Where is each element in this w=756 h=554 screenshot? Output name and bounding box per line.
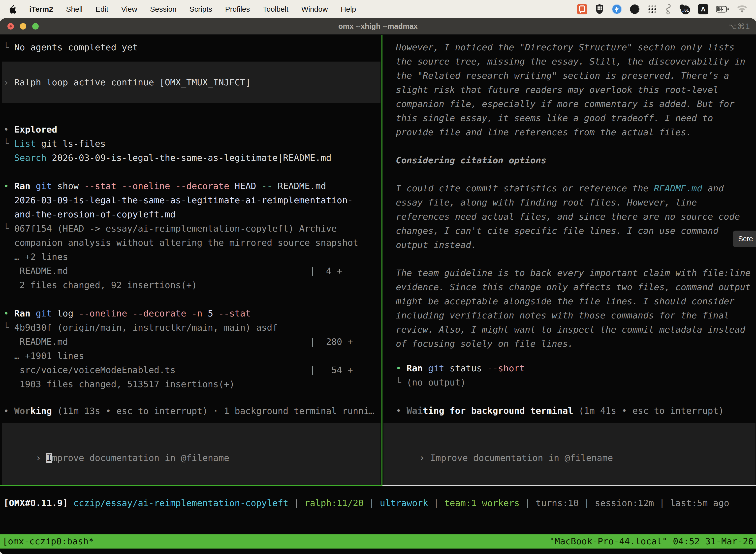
wifi-icon[interactable] [737, 5, 748, 13]
ran-git-status-block: • Ran git status --short└ (no output) [396, 361, 756, 389]
terminal-line: • Waiting for background terminal (1m 41… [396, 403, 756, 418]
minimize-button[interactable] [20, 23, 26, 30]
reasoning-heading: Considering citation options [396, 153, 756, 167]
terminal-line: … +2 lines [3, 250, 381, 264]
menu-item-profiles[interactable]: Profiles [225, 5, 250, 13]
terminal-line: companion file, especially if more comme… [396, 97, 756, 111]
terminal-line: changes, I can't cite specific file line… [396, 224, 756, 238]
omx-status-bar: [OMX#0.11.9] cczip/essay/ai-reimplementa… [0, 496, 756, 510]
terminal-line: 2026-03-09-is-legal-the-same-as-legitima… [3, 193, 381, 207]
terminal-line: and-the-erosion-of-copyleft.md [3, 207, 381, 221]
menu-item-shell[interactable]: Shell [66, 5, 82, 13]
menu-item-window[interactable]: Window [301, 5, 328, 13]
terminal-line: └ (no output) [396, 375, 756, 389]
ralph-loop-banner: › Ralph loop active continue [OMX_TMUX_I… [2, 62, 380, 103]
terminal-line: • Ran git log --oneline --decorate -n 5 … [3, 306, 381, 321]
terminal-line: the "Related research writing" section i… [396, 68, 756, 82]
terminal-line: of focusing solely on file lines. [396, 337, 756, 351]
shield-grid-icon[interactable] [595, 4, 604, 14]
menu-item-view[interactable]: View [121, 5, 137, 13]
terminal-line: essay file, along with finding root file… [396, 195, 756, 210]
prompt-caret: › [420, 453, 430, 463]
left-terminal-pane[interactable]: └ No agents completed yet › Ralph loop a… [0, 35, 381, 485]
tmux-status-bar[interactable]: [omx-cczip0:bash* "MacBook-Pro-44.local"… [0, 535, 756, 549]
text-cursor: I [46, 453, 52, 463]
close-button[interactable] [7, 23, 14, 30]
terminal-line: this single essay, it seems like a good … [396, 111, 756, 125]
terminal-line: └ No agents completed yet [3, 40, 381, 54]
terminal-line: └ 4b9d30f (origin/main, instructkr/main,… [3, 321, 381, 335]
apple-menu-icon[interactable] [8, 4, 17, 14]
terminal-line: src/voice/voiceModeEnabled.ts | 54 + [3, 363, 381, 377]
input-placeholder-text: mprove documentation in @filename [52, 453, 229, 463]
zoom-button[interactable] [32, 23, 39, 30]
terminal-line: review. Also, I might want to inspect th… [396, 322, 756, 337]
blue-badge-bolt-icon[interactable] [612, 4, 622, 14]
terminal-line: Considering citation options [396, 153, 756, 167]
ran-git-log-block: • Ran git log --oneline --decorate -n 5 … [3, 306, 381, 391]
prompt-input-right[interactable]: › Improve documentation in @filename [383, 423, 756, 485]
explored-block: • Explored└ List git ls-files Search 202… [3, 122, 381, 165]
menu-item-edit[interactable]: Edit [96, 5, 108, 13]
tmux-session-label: [omx-cczip0:bash* [2, 535, 94, 549]
terminal-line: • Ran git show --stat --oneline --decora… [3, 179, 381, 193]
terminal-line: … +1901 lines [3, 349, 381, 363]
screen-notification-toast[interactable]: Scre [733, 231, 756, 247]
active-pane-border [0, 485, 382, 486]
terminal-line: └ List git ls-files [3, 136, 381, 151]
battery-charging-icon[interactable] [716, 6, 729, 13]
window-title: omx --xhigh --madmax [338, 22, 418, 31]
terminal-line: companion analysis without altering the … [3, 235, 381, 250]
window-shortcut-badge: ⌥⌘1 [728, 22, 751, 31]
reasoning-paragraph-3: The team guideline is to back every impo… [396, 266, 756, 351]
menu-item-scripts[interactable]: Scripts [189, 5, 212, 13]
menu-bar-status-icons: ..61 A [577, 3, 748, 15]
terminal-line: might be acceptable alongside the file l… [396, 294, 756, 308]
terminal-line: slight risk that future readers may over… [396, 82, 756, 97]
terminal-line: The team guideline is to back every impo… [396, 266, 756, 280]
terminal-line: • Working (11m 13s • esc to interrupt) ·… [3, 404, 381, 418]
working-status-line: • Working (11m 13s • esc to interrupt) ·… [3, 404, 381, 418]
input-placeholder-text: Improve documentation in @filename [430, 453, 613, 463]
menu-item-toolbelt[interactable]: Toolbelt [263, 5, 289, 13]
prompt-input-left[interactable]: › Improve documentation in @filename [2, 423, 380, 485]
waiting-status-line: • Waiting for background terminal (1m 41… [396, 403, 756, 418]
window-title-bar[interactable]: omx --xhigh --madmax ⌥⌘1 [0, 18, 756, 35]
reasoning-paragraph-2: I could cite commit statistics or refere… [396, 181, 756, 252]
tmux-host-clock: "MacBook-Pro-44.local" 04:52 31-Mar-26 [549, 535, 754, 549]
terminal-line: including verification notes with those … [396, 308, 756, 322]
terminal-line: • Explored [3, 122, 381, 136]
terminal-line: 2 files changed, 92 insertions(+) [3, 278, 381, 292]
menu-item-help[interactable]: Help [341, 5, 356, 13]
inactive-pane-border [382, 485, 756, 486]
terminal-line: Search 2026-03-09-is-legal-the-same-as-l… [3, 151, 381, 165]
terminal-line: [OMX#0.11.9] cczip/essay/ai-reimplementa… [3, 496, 756, 510]
terminal-line: 1903 files changed, 513517 insertions(+) [3, 377, 381, 391]
terminal-line: README.md | 280 + [3, 335, 381, 349]
app-menus: iTerm2ShellEditViewSessionScriptsProfile… [29, 5, 356, 13]
terminal-line: I could cite commit statistics or refere… [396, 181, 756, 195]
hook-icon[interactable] [665, 3, 671, 15]
terminal-line: output instead. [396, 238, 756, 252]
reasoning-paragraph-1: However, I noticed the "Directory Struct… [396, 40, 756, 139]
terminal-line: references need actual files, and since … [396, 210, 756, 224]
terminal-line: evidence. Since this change only affects… [396, 280, 756, 294]
right-terminal-pane[interactable]: However, I noticed the "Directory Struct… [382, 35, 756, 485]
dark-disc-icon[interactable] [630, 4, 640, 14]
macos-menu-bar: iTerm2ShellEditViewSessionScriptsProfile… [0, 0, 756, 18]
svg-text:..61: ..61 [682, 8, 689, 12]
screenshot-app-icon[interactable] [577, 4, 587, 14]
dots-grid-icon[interactable] [647, 4, 657, 14]
terminal-line: README.md | 4 + [3, 264, 381, 278]
agents-completed-status: └ No agents completed yet [3, 40, 381, 54]
ran-git-show-block: • Ran git show --stat --oneline --decora… [3, 179, 381, 292]
battery-percent-badge-icon[interactable]: ..61 [679, 4, 691, 15]
menu-item-iterm2[interactable]: iTerm2 [29, 5, 53, 13]
traffic-lights [7, 23, 39, 30]
terminal-line: • Ran git status --short [396, 361, 756, 375]
terminal-line: › Ralph loop active continue [OMX_TMUX_I… [3, 75, 378, 89]
terminal-line: provide file and line references from th… [396, 125, 756, 139]
iterm2-window: omx --xhigh --madmax ⌥⌘1 └ No agents com… [0, 18, 756, 554]
menu-item-session[interactable]: Session [150, 5, 177, 13]
input-source-icon[interactable]: A [698, 4, 708, 14]
